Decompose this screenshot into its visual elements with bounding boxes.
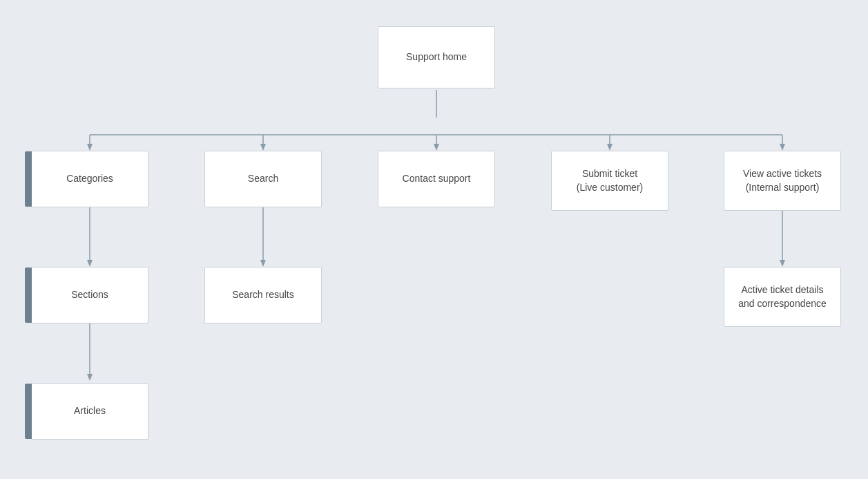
search-results-label: Search results xyxy=(232,288,293,302)
view-active-tickets-node: View active tickets(Internal support) xyxy=(724,151,841,211)
svg-marker-9 xyxy=(607,144,613,151)
svg-marker-17 xyxy=(260,260,266,267)
articles-label: Articles xyxy=(74,404,106,418)
svg-marker-3 xyxy=(87,144,93,151)
svg-marker-19 xyxy=(780,260,785,267)
sections-label: Sections xyxy=(71,288,108,302)
search-node: Search xyxy=(204,151,322,207)
search-results-node: Search results xyxy=(204,267,322,323)
support-home-label: Support home xyxy=(406,50,467,64)
view-active-tickets-label: View active tickets(Internal support) xyxy=(743,167,822,194)
svg-marker-15 xyxy=(87,374,93,381)
search-label: Search xyxy=(248,172,278,186)
categories-node: Categories xyxy=(31,151,148,207)
diagram: Support home Categories Sections Article… xyxy=(0,0,868,479)
active-ticket-details-node: Active ticket detailsand correspondence xyxy=(724,267,841,327)
articles-node: Articles xyxy=(31,383,148,440)
contact-support-label: Contact support xyxy=(403,172,471,186)
svg-marker-11 xyxy=(780,144,785,151)
sections-node: Sections xyxy=(31,267,148,323)
categories-label: Categories xyxy=(66,172,113,186)
submit-ticket-node: Submit ticket(Live customer) xyxy=(551,151,668,211)
active-ticket-details-label: Active ticket detailsand correspondence xyxy=(738,283,827,310)
svg-marker-7 xyxy=(434,144,439,151)
support-home-node: Support home xyxy=(378,26,495,88)
svg-marker-5 xyxy=(260,144,266,151)
contact-support-node: Contact support xyxy=(378,151,495,207)
submit-ticket-label: Submit ticket(Live customer) xyxy=(577,167,643,194)
svg-marker-13 xyxy=(87,260,93,267)
